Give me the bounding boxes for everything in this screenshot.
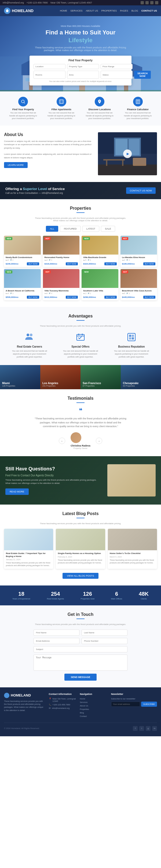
contact-us-now-button[interactable]: CONTACT US NOW (126, 187, 156, 194)
search-button[interactable]: SEARCH NOW (134, 71, 151, 79)
newsletter-subscribe-button[interactable]: SUBSCRIBE (141, 702, 157, 707)
nav-services[interactable]: SERVICES (70, 9, 82, 12)
property-badge: NEW (83, 271, 90, 273)
newsletter-email-input[interactable] (111, 702, 140, 707)
footer-link-services[interactable]: Services (80, 701, 107, 704)
city-item-miami[interactable]: Miami 128 Properties (0, 365, 40, 389)
banner-subtitle: Call us for a Free Consultation — info@h… (5, 192, 65, 194)
subject-field[interactable] (34, 646, 127, 652)
banner-text: Offering a Superior Level of Service Cal… (5, 187, 65, 194)
nav-pages[interactable]: PAGES (120, 9, 128, 12)
phone-field[interactable] (82, 638, 127, 644)
play-button[interactable] (123, 150, 132, 158)
contact-divider (77, 619, 84, 619)
about-section: About Us Consectet ur adipisc ing elit, … (0, 126, 161, 182)
main-nav: HOME SERVICES ABOUT US PROPERTIES PAGES … (60, 9, 157, 12)
twitter-icon[interactable] (146, 1, 149, 4)
tab-featured[interactable]: FEATURED (60, 226, 81, 232)
first-name-field[interactable] (34, 629, 79, 636)
next-testimonial-button[interactable]: → (96, 438, 102, 444)
svg-rect-26 (136, 103, 137, 103)
contact-title: Get in Touch (4, 612, 157, 617)
city-item-chesapeake[interactable]: Chesapeake 63 Properties (121, 365, 161, 389)
nav-contact[interactable]: CONTACT US (142, 9, 157, 12)
svg-rect-42 (78, 334, 79, 335)
message-field[interactable] (34, 655, 127, 671)
nav-home[interactable]: HOME (60, 9, 67, 12)
footer-logo[interactable]: HOMELAND (4, 693, 45, 698)
buy-now-button[interactable]: BUY NOW (66, 262, 78, 265)
city-label: San Francisco 87 Properties (83, 382, 101, 387)
svg-rect-46 (132, 335, 134, 337)
footer-link-properties[interactable]: Properties (80, 708, 107, 711)
view-all-posts-button[interactable]: VIEW ALL BLOG POSTS (63, 573, 98, 579)
section-divider (77, 212, 84, 213)
city-item-sf[interactable]: San Francisco 87 Properties (81, 365, 121, 389)
property-bottom: $189,000/mo BUY NOW (122, 262, 156, 265)
svg-rect-22 (136, 100, 139, 101)
nav-blog[interactable]: BLOG (131, 9, 138, 12)
advantage-reputation-desc: You can rest assured that we handle all … (111, 349, 152, 359)
footer-copyright: © 2024 Homeland. All Rights Reserved. (4, 727, 39, 730)
footer-link-contact[interactable]: Contact (80, 715, 107, 717)
footer-link-about[interactable]: About Us (80, 705, 107, 707)
property-meta: 🛏 5 🚿 3 (122, 292, 156, 294)
area-input[interactable] (67, 71, 99, 79)
footer-link-blog[interactable]: Blog (80, 712, 107, 714)
footer-link-home[interactable]: Home (80, 698, 107, 700)
buy-now-button[interactable]: BUY NOW (143, 262, 155, 265)
facebook-icon[interactable] (140, 1, 144, 4)
property-card: NEW Southern Lake Villa 🛏 3 🚿 2 $298,000… (82, 269, 118, 300)
linkedin-icon[interactable] (155, 1, 158, 4)
type-input[interactable] (67, 64, 99, 69)
city-item-la[interactable]: Los Angeles 241 Properties (40, 365, 81, 389)
prev-testimonial-button[interactable]: ← (59, 438, 65, 444)
tab-all[interactable]: ALL (46, 226, 58, 232)
feature-find-desc: You can rest assured that we handle all … (7, 112, 39, 120)
questions-detail: These fascinating services provide you w… (5, 478, 102, 486)
learn-more-button[interactable]: LEARN MORE (4, 162, 28, 168)
logo[interactable]: HOMELAND (4, 7, 34, 14)
property-image: HOT (120, 269, 157, 288)
tab-sale[interactable]: SALE (101, 226, 115, 232)
location-input[interactable] (34, 64, 66, 69)
logo-text: HOMELAND (12, 9, 34, 13)
property-meta: 🛏 4 🚿 3 (6, 292, 39, 294)
send-message-button[interactable]: SEND MESSAGE (65, 674, 97, 681)
property-info: Newly Built Condominium 🛏 3 🚿 2 $249,000… (4, 254, 41, 267)
property-info: La Marabu Etna House 🛏 3 🚿 2 $189,000/mo… (120, 254, 157, 267)
facebook-social-icon[interactable]: f (133, 726, 138, 731)
property-name: Renovated Family Home (45, 256, 78, 258)
buy-now-button[interactable]: BUY NOW (27, 296, 39, 299)
buy-now-button[interactable]: BUY NOW (143, 296, 155, 299)
email-field[interactable] (34, 638, 79, 644)
last-name-field[interactable] (82, 629, 127, 636)
linkedin-social-icon[interactable]: in (152, 726, 157, 731)
contact-form: SEND MESSAGE (34, 629, 127, 681)
property-meta: 🛏 3 🚿 2 (6, 259, 39, 261)
footer-nav-column: Navigation Home Services About Us Proper… (80, 693, 107, 718)
rooms-input[interactable] (34, 71, 66, 79)
buy-now-button[interactable]: BUY NOW (66, 296, 78, 299)
read-more-button[interactable]: READ MORE (5, 489, 29, 495)
footer-newsletter-form: SUBSCRIBE (111, 702, 157, 707)
svg-rect-24 (137, 102, 138, 102)
stat-agents: 254 Real Estate Agents (47, 591, 64, 600)
nav-about[interactable]: ABOUT US (86, 9, 98, 12)
property-price: $424,000/mo (83, 262, 96, 265)
status-input[interactable] (100, 71, 132, 79)
buy-now-button[interactable]: BUY NOW (105, 296, 116, 299)
buy-now-button[interactable]: BUY NOW (27, 262, 39, 265)
features-section: Find Your Property You can rest assured … (0, 91, 161, 126)
googleplus-social-icon[interactable]: g (146, 726, 151, 731)
blog-title: Latest Blog Posts (4, 511, 157, 516)
tab-latest[interactable]: LATEST (82, 226, 99, 232)
price-input[interactable] (100, 64, 132, 69)
footer-email: ✉ info@homeland.org (49, 707, 76, 709)
google-icon[interactable] (150, 1, 154, 4)
twitter-social-icon[interactable]: t (139, 726, 144, 731)
buy-now-button[interactable]: BUY NOW (105, 262, 116, 265)
stat-agents-label: Real Estate Agents (47, 597, 64, 600)
form-subject-row (34, 646, 127, 652)
nav-properties[interactable]: PROPERTIES (101, 9, 117, 12)
